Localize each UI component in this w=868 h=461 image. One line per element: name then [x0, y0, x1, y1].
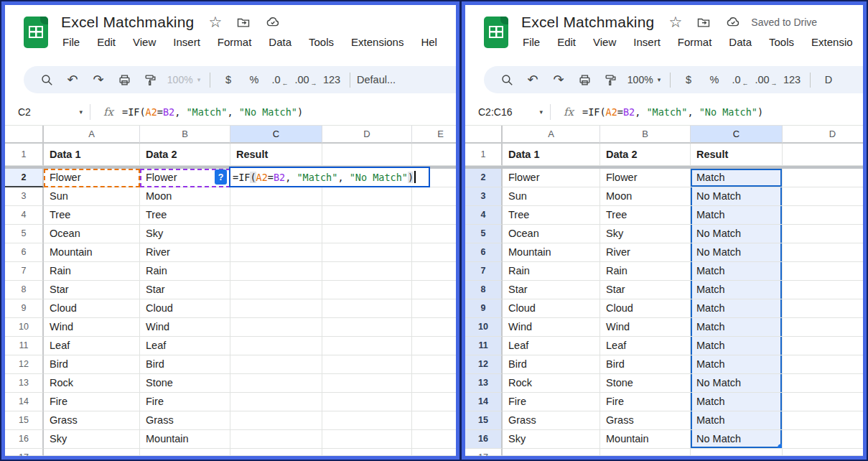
row-header-13[interactable]: 13 — [5, 374, 44, 393]
cell[interactable]: Cloud — [600, 299, 691, 318]
cell[interactable]: No Match — [691, 225, 783, 243]
cell[interactable] — [412, 449, 456, 456]
row-header-1[interactable]: 1 — [465, 144, 503, 166]
cell[interactable] — [230, 374, 322, 393]
cell[interactable]: No Match — [691, 430, 783, 449]
row-header-1[interactable]: 1 — [5, 144, 44, 166]
paint-format-icon[interactable] — [597, 73, 623, 87]
print-icon[interactable] — [111, 73, 137, 87]
row-header-6[interactable]: 6 — [5, 243, 44, 262]
row-header-10[interactable]: 10 — [465, 318, 503, 337]
cell[interactable]: Grass — [503, 411, 600, 430]
cell[interactable]: Leaf — [600, 337, 691, 355]
cell[interactable]: Flower — [503, 169, 600, 187]
cell[interactable]: Fire — [503, 393, 600, 411]
spreadsheet-grid[interactable]: ABCDE1Data 1Data 2Result2FlowerFlower?=I… — [5, 126, 456, 456]
cell[interactable] — [412, 355, 456, 374]
cell[interactable]: Ocean — [44, 225, 140, 243]
cell[interactable]: Result — [691, 144, 783, 166]
menu-item-file[interactable]: File — [523, 36, 540, 48]
row-header-13[interactable]: 13 — [465, 374, 503, 393]
menu-item-insert[interactable]: Insert — [633, 36, 661, 48]
format-currency-button[interactable]: $ — [676, 74, 701, 85]
cell[interactable]: Wind — [140, 318, 230, 337]
print-icon[interactable] — [571, 73, 597, 87]
paint-format-icon[interactable] — [137, 73, 163, 87]
format-currency-button[interactable]: $ — [215, 74, 241, 85]
cell[interactable]: Star — [140, 281, 230, 299]
cell[interactable]: Mountain — [600, 430, 691, 449]
menu-item-edit[interactable]: Edit — [557, 36, 576, 48]
cell[interactable] — [322, 393, 412, 411]
cell[interactable]: Wind — [44, 318, 140, 337]
row-header-8[interactable]: 8 — [5, 281, 44, 299]
cell[interactable] — [230, 262, 322, 281]
formula-input[interactable]: =IF(A2=B2, "Match", "No Match") — [582, 106, 763, 118]
more-formats-button[interactable]: 123 — [779, 74, 805, 85]
row-header-2[interactable]: 2 — [5, 169, 44, 187]
row-header-2[interactable]: 2 — [465, 169, 503, 187]
cell[interactable] — [322, 449, 412, 456]
cell[interactable] — [230, 225, 322, 243]
cell[interactable]: Ocean — [503, 225, 600, 243]
cell[interactable] — [140, 449, 230, 456]
cell[interactable] — [783, 187, 863, 206]
cell[interactable] — [412, 187, 456, 206]
cell[interactable]: Star — [503, 281, 600, 299]
cell[interactable] — [322, 262, 412, 281]
cell[interactable] — [412, 225, 456, 243]
cell[interactable] — [230, 393, 322, 411]
cell[interactable]: Sky — [140, 225, 230, 243]
cell[interactable] — [230, 449, 322, 456]
spreadsheet-grid[interactable]: ABCD1Data 1Data 2Result2FlowerFlowerMatc… — [465, 126, 863, 456]
column-header-c[interactable]: C — [691, 126, 783, 144]
cell[interactable]: Leaf — [44, 337, 140, 355]
row-header-11[interactable]: 11 — [5, 337, 44, 355]
cell[interactable] — [412, 411, 456, 430]
row-header-7[interactable]: 7 — [5, 262, 44, 281]
row-header-14[interactable]: 14 — [465, 393, 503, 411]
cell[interactable] — [230, 318, 322, 337]
cell[interactable]: Leaf — [140, 337, 230, 355]
search-icon[interactable] — [494, 73, 520, 87]
cell[interactable]: Cloud — [44, 299, 140, 318]
zoom-control[interactable]: 100%▾ — [163, 74, 205, 85]
menu-item-tools[interactable]: Tools — [769, 36, 794, 48]
zoom-control[interactable]: 100%▾ — [623, 74, 665, 85]
cell[interactable]: Moon — [600, 187, 691, 206]
cell[interactable]: Grass — [140, 411, 230, 430]
cell[interactable]: Grass — [44, 411, 140, 430]
redo-icon[interactable]: ↷ — [85, 72, 111, 88]
cell[interactable] — [322, 355, 412, 374]
row-header-15[interactable]: 15 — [5, 411, 44, 430]
row-header-17[interactable]: 17 — [5, 449, 44, 456]
increase-decimal-button[interactable]: .00→ — [293, 74, 319, 85]
cell[interactable] — [783, 393, 863, 411]
menu-item-insert[interactable]: Insert — [173, 36, 200, 48]
row-header-9[interactable]: 9 — [5, 299, 44, 318]
row-header-5[interactable]: 5 — [5, 225, 44, 243]
menu-item-view[interactable]: View — [133, 36, 156, 48]
cell[interactable]: Grass — [600, 411, 691, 430]
cell[interactable] — [230, 430, 322, 449]
cell[interactable] — [783, 449, 863, 456]
cell[interactable] — [412, 243, 456, 262]
menu-item-extensions[interactable]: Extensions — [351, 36, 403, 48]
cell[interactable]: Stone — [600, 374, 691, 393]
row-header-3[interactable]: 3 — [465, 187, 503, 206]
doc-title[interactable]: Excel Matchmaking — [521, 14, 654, 31]
cell[interactable]: Bird — [140, 355, 230, 374]
cell[interactable] — [412, 144, 456, 166]
cell-editor[interactable]: =IF(A2=B2, "Match", "No Match") — [229, 167, 430, 187]
undo-icon[interactable]: ↶ — [60, 72, 85, 88]
cell[interactable]: Star — [600, 281, 691, 299]
star-icon[interactable]: ☆ — [668, 15, 682, 29]
column-header-b[interactable]: B — [140, 126, 230, 144]
cell[interactable]: Rain — [600, 262, 691, 281]
menu-item-extensio[interactable]: Extensio — [811, 36, 853, 48]
cell[interactable]: Fire — [44, 393, 140, 411]
sheets-logo-icon[interactable] — [24, 17, 48, 48]
cell[interactable]: Match — [691, 262, 783, 281]
cell[interactable] — [412, 393, 456, 411]
row-header-14[interactable]: 14 — [5, 393, 44, 411]
